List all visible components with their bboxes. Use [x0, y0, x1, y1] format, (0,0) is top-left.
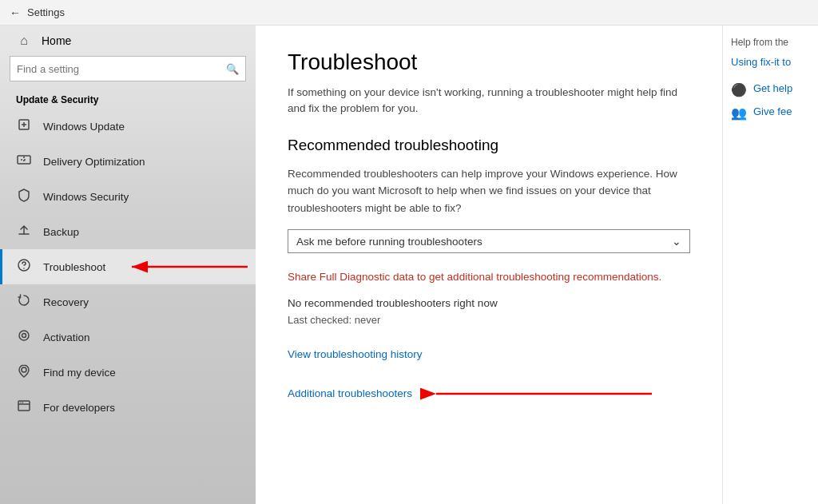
activation-icon — [16, 328, 32, 346]
sidebar-item-label: For developers — [43, 402, 115, 414]
dropdown-value: Ask me before running troubleshooters — [296, 236, 482, 248]
arrow-troubleshoot — [124, 255, 252, 279]
give-feedback-item: 👥 Give fee — [731, 105, 810, 121]
search-input[interactable] — [17, 63, 226, 75]
sidebar-item-label: Windows Security — [43, 191, 129, 203]
svg-point-6 — [19, 331, 29, 340]
troubleshoot-icon — [16, 258, 32, 276]
title-bar: ← Settings — [0, 0, 818, 26]
home-icon: ⌂ — [16, 34, 32, 48]
recommended-section-title: Recommended troubleshooting — [288, 137, 690, 154]
page-title: Troubleshoot — [288, 50, 690, 75]
right-panel-title: Help from the — [731, 37, 810, 48]
last-checked-text: Last checked: never — [288, 314, 690, 326]
sidebar-item-find-my-device[interactable]: Find my device — [0, 355, 256, 390]
main-container: ⌂ Home 🔍 Update & Security Windows Updat… — [0, 26, 818, 504]
get-help-item: ⚫ Get help — [731, 82, 810, 97]
sidebar-item-recovery[interactable]: Recovery — [0, 284, 256, 319]
for-developers-icon — [16, 399, 32, 416]
back-button[interactable]: ← — [10, 6, 21, 19]
svg-rect-9 — [18, 401, 30, 411]
content-area: Troubleshoot If something on your device… — [256, 26, 722, 504]
delivery-optimization-icon — [16, 153, 32, 170]
give-feedback-icon: 👥 — [731, 105, 747, 121]
troubleshoot-dropdown[interactable]: Ask me before running troubleshooters ⌄ — [288, 229, 690, 253]
sidebar-item-delivery-optimization[interactable]: Delivery Optimization — [0, 144, 256, 179]
sidebar-item-label: Delivery Optimization — [43, 156, 145, 168]
sidebar-search-box[interactable]: 🔍 — [10, 56, 246, 81]
windows-update-icon — [16, 117, 32, 135]
sidebar-item-windows-update[interactable]: Windows Update — [0, 109, 256, 144]
sidebar-home-label: Home — [42, 34, 71, 47]
share-diagnostic-link[interactable]: Share Full Diagnostic data to get additi… — [288, 269, 661, 285]
sidebar-item-home[interactable]: ⌂ Home — [0, 26, 256, 56]
additional-troubleshooters-link[interactable]: Additional troubleshooters — [288, 387, 412, 399]
sidebar-item-label: Find my device — [43, 367, 116, 379]
svg-point-10 — [20, 402, 21, 403]
get-help-icon: ⚫ — [731, 82, 747, 97]
svg-point-8 — [22, 367, 26, 372]
sidebar-item-activation[interactable]: Activation — [0, 319, 256, 355]
sidebar-item-label: Recovery — [43, 296, 89, 308]
sidebar-item-label: Troubleshoot — [43, 261, 105, 273]
title-bar-label: Settings — [27, 6, 65, 18]
additional-troubleshooters-section: Additional troubleshooters — [288, 383, 690, 405]
sidebar-item-for-developers[interactable]: For developers — [0, 390, 256, 425]
view-troubleshooting-history-link[interactable]: View troubleshooting history — [288, 348, 690, 360]
dropdown-chevron-icon: ⌄ — [672, 235, 681, 248]
right-panel: Help from the Using fix-it to ⚫ Get help… — [722, 26, 818, 504]
recommended-description: Recommended troubleshooters can help imp… — [288, 165, 690, 217]
sidebar-item-label: Backup — [43, 226, 79, 238]
sidebar-item-troubleshoot[interactable]: Troubleshoot — [0, 249, 256, 284]
svg-point-11 — [22, 402, 23, 403]
backup-icon — [16, 223, 32, 240]
using-fix-it-link[interactable]: Using fix-it to — [731, 56, 810, 68]
sidebar-item-label: Activation — [43, 331, 90, 343]
get-help-link[interactable]: Get help — [753, 82, 792, 94]
svg-point-7 — [22, 334, 26, 338]
sidebar-item-backup[interactable]: Backup — [0, 214, 256, 249]
search-icon: 🔍 — [226, 63, 239, 75]
sidebar-item-label: Windows Update — [43, 121, 125, 133]
windows-security-icon — [16, 188, 32, 205]
svg-point-3 — [23, 268, 25, 269]
find-my-device-icon — [16, 363, 32, 381]
recovery-icon — [16, 293, 32, 311]
no-troubleshooters-text: No recommended troubleshooters right now — [288, 297, 690, 309]
sidebar-category-label: Update & Security — [0, 88, 256, 109]
give-feedback-link[interactable]: Give fee — [753, 105, 792, 117]
arrow-additional — [420, 383, 660, 405]
content-description: If something on your device isn't workin… — [288, 85, 690, 117]
sidebar: ⌂ Home 🔍 Update & Security Windows Updat… — [0, 26, 256, 504]
sidebar-item-windows-security[interactable]: Windows Security — [0, 179, 256, 214]
